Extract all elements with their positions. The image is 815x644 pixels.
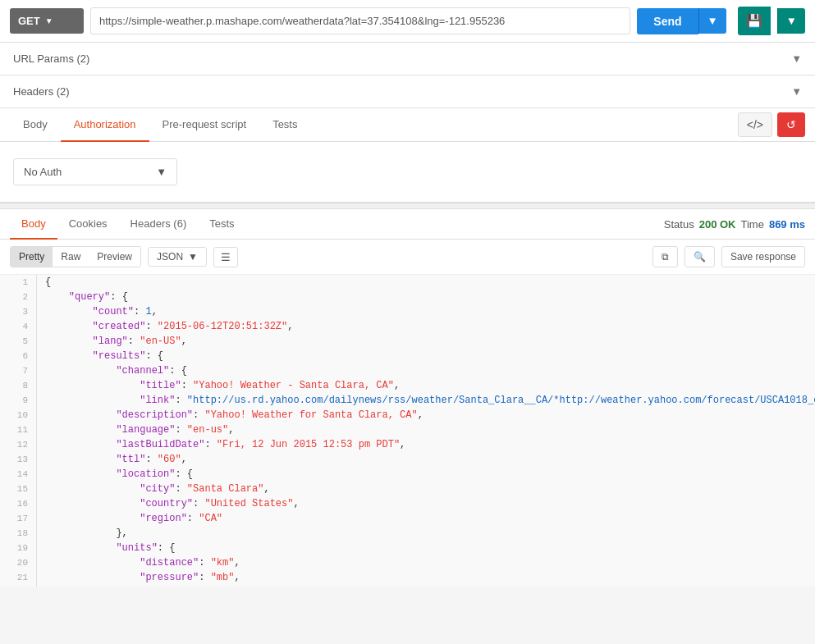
headers-section[interactable]: Headers (2) ▼ xyxy=(0,75,815,108)
resp-tab-cookies[interactable]: Cookies xyxy=(57,209,119,240)
refresh-button[interactable]: ↺ xyxy=(777,112,805,137)
line-content: "channel": { xyxy=(37,363,187,378)
json-plain xyxy=(45,439,116,450)
save-button[interactable]: 💾 xyxy=(738,7,771,35)
save-response-button[interactable]: Save response xyxy=(721,246,805,267)
tab-actions: </> ↺ xyxy=(738,112,805,137)
json-string: "60" xyxy=(158,454,181,465)
json-colon: : xyxy=(193,409,204,421)
json-colon: : xyxy=(204,439,216,450)
code-area[interactable]: 1{2 "query": {3 "count": 1,4 "created": … xyxy=(0,275,815,587)
json-plain: , xyxy=(263,483,269,495)
method-dropdown[interactable]: GET ▼ xyxy=(10,8,84,34)
line-content: }, xyxy=(37,526,128,541)
resp-tab-body[interactable]: Body xyxy=(10,209,57,240)
filter-button[interactable]: ☰ xyxy=(213,247,238,267)
url-params-section[interactable]: URL Params (2) ▼ xyxy=(0,43,815,75)
json-plain xyxy=(45,557,140,569)
json-colon: : xyxy=(134,306,145,317)
send-dropdown-button[interactable]: ▼ xyxy=(698,8,726,34)
json-plain: , xyxy=(152,306,158,317)
tab-pre-request[interactable]: Pre-request script xyxy=(149,108,260,142)
code-line: 18 }, xyxy=(0,526,815,541)
json-string: "CA" xyxy=(199,513,222,524)
json-plain xyxy=(45,542,116,554)
json-brace: { xyxy=(158,350,163,362)
json-brace: { xyxy=(181,365,187,377)
line-number: 5 xyxy=(0,334,37,349)
line-content: "speed": "km/h", xyxy=(37,585,234,587)
line-content: "region": "CA" xyxy=(37,511,222,526)
tab-body[interactable]: Body xyxy=(10,108,61,142)
json-key: "title" xyxy=(140,380,181,391)
json-plain xyxy=(45,528,116,539)
line-content: "language": "en-us", xyxy=(37,422,234,437)
json-key: "lastBuildDate" xyxy=(116,439,204,450)
code-line: 16 "country": "United States", xyxy=(0,496,815,511)
url-input[interactable] xyxy=(90,7,630,34)
response-section: Body Cookies Headers (6) Tests Status 20… xyxy=(0,209,815,587)
json-format-select[interactable]: JSON ▼ xyxy=(148,247,207,267)
line-number: 16 xyxy=(0,496,37,511)
json-plain: , xyxy=(234,557,240,569)
json-plain: , xyxy=(181,336,187,347)
json-brace: { xyxy=(187,468,193,480)
auth-chevron-icon: ▼ xyxy=(156,166,167,178)
line-content: "count": 1, xyxy=(37,304,158,319)
code-editor-button[interactable]: </> xyxy=(738,112,772,137)
preview-button[interactable]: Preview xyxy=(89,247,140,267)
resp-tab-headers[interactable]: Headers (6) xyxy=(119,209,199,240)
line-content: "country": "United States", xyxy=(37,496,300,511)
json-colon: : xyxy=(199,572,210,583)
auth-dropdown[interactable]: No Auth ▼ xyxy=(13,158,177,185)
code-line: 20 "distance": "km", xyxy=(0,555,815,570)
line-number: 18 xyxy=(0,526,37,541)
json-key: "created" xyxy=(93,321,146,332)
search-button[interactable]: 🔍 xyxy=(685,246,715,267)
resp-tab-tests[interactable]: Tests xyxy=(198,209,245,240)
code-line: 8 "title": "Yahoo! Weather - Santa Clara… xyxy=(0,378,815,393)
json-brace: { xyxy=(122,291,128,303)
json-plain xyxy=(45,321,93,332)
json-string: "Yahoo! Weather - Santa Clara, CA" xyxy=(193,380,394,391)
json-key: "results" xyxy=(93,350,146,362)
code-line: 1{ xyxy=(0,275,815,290)
format-group: Pretty Raw Preview xyxy=(10,246,141,267)
tab-tests[interactable]: Tests xyxy=(259,108,310,142)
line-number: 6 xyxy=(0,349,37,363)
save-dropdown-button[interactable]: ▼ xyxy=(777,8,805,34)
line-number: 19 xyxy=(0,541,37,555)
json-key: "ttl" xyxy=(116,454,145,465)
json-plain: , xyxy=(287,321,293,332)
code-line: 19 "units": { xyxy=(0,541,815,555)
send-button[interactable]: Send xyxy=(637,8,698,34)
line-number: 21 xyxy=(0,570,37,585)
json-plain xyxy=(45,483,140,495)
json-key: "channel" xyxy=(116,365,169,377)
tab-authorization[interactable]: Authorization xyxy=(61,108,149,142)
json-key: "region" xyxy=(140,513,187,524)
copy-button[interactable]: ⧉ xyxy=(652,246,678,267)
json-key: "country" xyxy=(140,498,193,509)
line-content: "location": { xyxy=(37,467,193,482)
json-string: "en-us" xyxy=(187,424,228,436)
line-content: "query": { xyxy=(37,290,128,304)
line-number: 15 xyxy=(0,482,37,496)
line-content: "lang": "en-US", xyxy=(37,334,187,349)
divider xyxy=(0,203,815,209)
response-tabs: Body Cookies Headers (6) Tests Status 20… xyxy=(0,209,815,240)
code-line: 3 "count": 1, xyxy=(0,304,815,319)
json-link: "http://us.rd.yahoo.com/dailynews/rss/we… xyxy=(187,395,815,406)
line-number: 13 xyxy=(0,452,37,467)
json-plain xyxy=(45,454,116,465)
code-line: 11 "language": "en-us", xyxy=(0,422,815,437)
raw-button[interactable]: Raw xyxy=(53,247,89,267)
json-key: "link" xyxy=(140,395,175,406)
json-colon: : xyxy=(145,350,157,362)
json-string: "Fri, 12 Jun 2015 12:53 pm PDT" xyxy=(217,439,400,450)
json-colon: : xyxy=(175,395,186,406)
line-number: 22 xyxy=(0,585,37,587)
json-plain: , xyxy=(293,498,299,509)
json-plain xyxy=(45,306,93,317)
pretty-button[interactable]: Pretty xyxy=(11,247,53,267)
